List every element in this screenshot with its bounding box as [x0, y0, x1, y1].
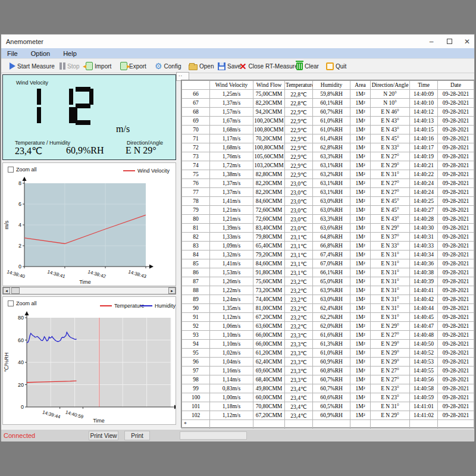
table-row[interactable]: 941,10m/s66,00CMM23,3℃61,3%RH1M²E N 29°1…	[182, 340, 474, 349]
table-row[interactable]: 1021,12m/s67,20CMM23,4℃60,9%RH1M²E N 29°…	[182, 411, 474, 420]
cell: 81	[182, 224, 210, 233]
maximize-button[interactable]	[446, 38, 453, 45]
column-header[interactable]: Date	[438, 81, 474, 90]
print-button[interactable]: Print	[124, 431, 150, 440]
menu-file[interactable]: File	[7, 50, 18, 57]
cell: 1,76m/s	[210, 152, 253, 161]
table-row[interactable]: 691,67m/s100,20CMM22,9℃61,0%RH1M²E N 43°…	[182, 117, 474, 126]
close-button[interactable]: ✕	[464, 38, 471, 45]
column-header[interactable]: Direction/Angle	[371, 81, 410, 90]
column-header[interactable]: Area	[350, 81, 371, 90]
column-header[interactable]: Wind Velocity	[210, 81, 253, 90]
svg-text:8: 8	[18, 180, 21, 186]
start-measure-button[interactable]: Start Measure	[10, 60, 55, 72]
table-row[interactable]: 871,26m/s75,60CMM23,2℃65,0%RH1M²E N 31°1…	[182, 277, 474, 286]
close-rt-measure-button[interactable]: ✕ Close RT-Measure	[239, 60, 298, 72]
cell: 79,80CMM	[253, 233, 285, 242]
table-row[interactable]: 731,76m/s105,60CMM22,9℃63,3%RH1M²E N 27°…	[182, 152, 474, 161]
scrollbar-thumb[interactable]	[11, 287, 20, 294]
table-row[interactable]: 771,37m/s82,20CMM23,0℃63,1%RH1M²E N 27°1…	[182, 188, 474, 197]
table-row[interactable]: 990,83m/s49,80CMM23,4℃60,7%RH1M²E N 23°1…	[182, 384, 474, 393]
quit-button[interactable]: Quit	[326, 60, 346, 72]
cell: E N 29°	[371, 322, 410, 331]
config-button[interactable]: ⚙ Config	[155, 60, 181, 72]
menu-help[interactable]: Help	[63, 50, 77, 57]
stop-button[interactable]: Stop	[60, 60, 80, 72]
cell: 1,24m/s	[210, 295, 253, 304]
table-row[interactable]: 791,21m/s72,60CMM23,0℃63,0%RH1M²E N 45°1…	[182, 206, 474, 215]
table-row[interactable]: 801,21m/s72,60CMM23,0℃63,3%RH1M²E N 43°1…	[182, 215, 474, 224]
chart1-hscrollbar[interactable]: ◄ ►	[2, 287, 176, 295]
clear-button[interactable]: Clear	[296, 60, 319, 72]
column-header[interactable]: Humidity	[313, 81, 350, 90]
cell: 63,3%RH	[313, 215, 350, 224]
cell: 09-28-2021	[438, 117, 474, 126]
start-measure-label: Start Measure	[17, 63, 55, 70]
print-view-button[interactable]: Print View	[89, 431, 118, 440]
cell: 75	[182, 170, 210, 179]
table-row[interactable]: 1011,18m/s70,80CMM23,4℃60,5%RH1M²E N 31°…	[182, 402, 474, 411]
open-button[interactable]: Open	[189, 60, 214, 72]
cell: 67,4%RH	[313, 250, 350, 259]
svg-text:Time: Time	[79, 279, 91, 285]
table-row[interactable]: 761,37m/s82,20CMM23,0℃63,1%RH1M²E N 27°1…	[182, 179, 474, 188]
cell: 83	[182, 242, 210, 250]
table-row[interactable]: 981,14m/s68,40CMM23,3℃60,7%RH1M²E N 27°1…	[182, 375, 474, 384]
table-row[interactable]: 891,24m/s74,40CMM23,2℃63,0%RH1M²E N 31°1…	[182, 295, 474, 304]
cell: 102	[182, 411, 210, 420]
save-button[interactable]: Save	[218, 60, 241, 72]
cell: 09-28-2021	[438, 384, 474, 393]
table-row[interactable]: 751,38m/s82,80CMM22,9℃63,2%RH1M²E N 31°1…	[182, 170, 474, 179]
table-row[interactable]: 841,32m/s79,20CMM23,1℃67,4%RH1M²E N 31°1…	[182, 250, 474, 259]
table-row[interactable]: 911,12m/s67,20CMM23,2℃62,2%RH1M²E N 31°1…	[182, 313, 474, 322]
table-row[interactable]: 851,41m/s84,60CMM23,1℃67,0%RH1M²E N 31°1…	[182, 259, 474, 268]
table-row[interactable]: 781,41m/s84,60CMM23,0℃63,0%RH1M²E N 45°1…	[182, 197, 474, 206]
table-row[interactable]: 961,04m/s62,40CMM23,3℃60,9%RH1M²E N 29°1…	[182, 358, 474, 367]
scroll-left-arrow-icon[interactable]: ◄	[3, 287, 10, 294]
svg-text:0: 0	[18, 264, 21, 270]
import-button[interactable]: Import	[86, 60, 111, 72]
table-row[interactable]: 721,68m/s100,80CMM22,9℃62,8%RH1M²E N 33°…	[182, 143, 474, 152]
table-row[interactable]: 831,09m/s65,40CMM23,1℃66,8%RH1M²E N 33°1…	[182, 242, 474, 250]
table-row[interactable]: 921,06m/s63,60CMM23,2℃62,0%RH1M²E N 29°1…	[182, 322, 474, 331]
table-row[interactable]: 901,35m/s81,00CMM23,2℃62,4%RH1M²E N 31°1…	[182, 304, 474, 313]
table-row[interactable]: 661,25m/s75,00CMM22,8℃59,8%RH1M²N 20°14:…	[182, 90, 474, 99]
table-row[interactable]: 861,53m/s91,80CMM23,1℃66,1%RH1M²E N 31°1…	[182, 268, 474, 277]
cell: 1,26m/s	[210, 277, 253, 286]
table-row[interactable]: 811,39m/s83,40CMM23,0℃63,6%RH1M²E N 29°1…	[182, 224, 474, 233]
cell: 23,1℃	[285, 268, 313, 277]
zoom-all-checkbox-1[interactable]: Zoom all	[8, 167, 37, 173]
table-row[interactable]: 951,02m/s61,20CMM23,3℃61,0%RH1M²E N 29°1…	[182, 349, 474, 358]
cell: 1,41m/s	[210, 197, 253, 206]
cell: 22,9℃	[285, 152, 313, 161]
cell: 73,20CMM	[253, 286, 285, 295]
zoom-all-checkbox-2[interactable]: Zoom all	[8, 300, 37, 306]
new-row[interactable]: *	[182, 420, 474, 429]
column-header[interactable]: Wind Flow	[253, 81, 285, 90]
column-header[interactable]	[182, 81, 210, 90]
table-row[interactable]: 1001,00m/s60,00CMM23,4℃60,6%RH1M²E N 23°…	[182, 393, 474, 402]
column-header[interactable]: Temperature	[285, 81, 313, 90]
cell: 09-28-2021	[438, 134, 474, 143]
cell: 22,8℃	[285, 99, 313, 108]
table-row[interactable]: 971,16m/s69,60CMM23,3℃60,8%RH1M²E N 27°1…	[182, 367, 474, 375]
cell: 09-28-2021	[438, 259, 474, 268]
cell: 23,3℃	[285, 358, 313, 367]
table-row[interactable]: 671,37m/s82,20CMM22,8℃60,1%RH1M²N 10°14:…	[182, 99, 474, 108]
menu-option[interactable]: Option	[31, 50, 50, 57]
minimize-button[interactable]: –	[428, 38, 435, 45]
cell	[371, 420, 410, 429]
table-row[interactable]: 741,72m/s103,20CMM22,9℃63,1%RH1M²E N 29°…	[182, 161, 474, 170]
export-button[interactable]: Export	[120, 60, 146, 72]
table-row[interactable]: 711,17m/s70,20CMM22,9℃61,4%RH1M²E N 45°1…	[182, 134, 474, 143]
scroll-right-arrow-icon[interactable]: ►	[168, 287, 176, 294]
checkbox-icon	[8, 167, 14, 173]
table-row[interactable]: 701,68m/s100,80CMM22,9℃61,0%RH1M²E N 43°…	[182, 126, 474, 134]
cell: 61,4%RH	[313, 134, 350, 143]
table-row[interactable]: 681,57m/s94,20CMM22,9℃60,7%RH1M²E N 46°1…	[182, 108, 474, 117]
column-header[interactable]: Time	[410, 81, 438, 90]
cell: 98	[182, 375, 210, 384]
table-row[interactable]: 821,33m/s79,80CMM23,1℃64,8%RH1M²E N 37°1…	[182, 233, 474, 242]
table-row[interactable]: 931,10m/s66,00CMM23,3℃61,6%RH1M²E N 27°1…	[182, 331, 474, 340]
table-row[interactable]: 881,22m/s73,20CMM23,2℃63,9%RH1M²E N 31°1…	[182, 286, 474, 295]
